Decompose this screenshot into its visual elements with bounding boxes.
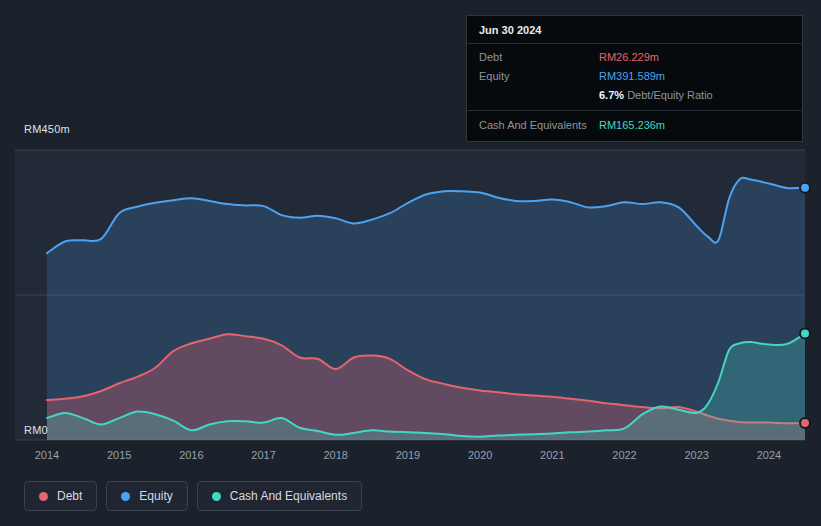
tooltip-row-cash: Cash And Equivalents RM165.236m [467, 110, 802, 135]
tooltip-debt-label: Debt [479, 50, 599, 65]
legend-item-equity[interactable]: Equity [106, 481, 187, 511]
x-axis-label-2015: 2015 [94, 449, 144, 461]
y-axis-label-zero: RM0 [24, 424, 48, 436]
legend: DebtEquityCash And Equivalents [24, 481, 362, 511]
x-axis-label-2019: 2019 [383, 449, 433, 461]
legend-item-debt[interactable]: Debt [24, 481, 97, 511]
x-axis-label-2018: 2018 [311, 449, 361, 461]
tooltip-ratio-value: 6.7% [599, 89, 624, 101]
tooltip-row-ratio: 6.7% Debt/Equity Ratio [467, 86, 802, 105]
equity-legend-dot-icon [121, 492, 130, 501]
tooltip-ratio-label: Debt/Equity Ratio [627, 89, 713, 101]
x-axis-label-2017: 2017 [239, 449, 289, 461]
x-axis-label-2024: 2024 [744, 449, 794, 461]
x-axis-label-2022: 2022 [600, 449, 650, 461]
x-axis-label-2014: 2014 [22, 449, 72, 461]
tooltip-ratio: 6.7% Debt/Equity Ratio [599, 88, 790, 103]
legend-item-cash-and-equivalents[interactable]: Cash And Equivalents [197, 481, 362, 511]
page-root: { "tooltip": { "date": "Jun 30 2024", "d… [0, 0, 821, 526]
tooltip-row-debt: Debt RM26.229m [467, 48, 802, 67]
tooltip-row-equity: Equity RM391.589m [467, 67, 802, 86]
equity-endpoint-marker[interactable] [800, 183, 810, 193]
tooltip-cash-value: RM165.236m [599, 118, 790, 133]
debt-endpoint-marker[interactable] [800, 418, 810, 428]
x-axis-label-2020: 2020 [455, 449, 505, 461]
x-axis-label-2023: 2023 [672, 449, 722, 461]
tooltip-date: Jun 30 2024 [467, 16, 802, 44]
legend-label: Equity [139, 489, 172, 503]
tooltip-cash-label: Cash And Equivalents [479, 118, 599, 133]
tooltip-equity-value: RM391.589m [599, 69, 790, 84]
cash-and-equivalents-endpoint-marker[interactable] [800, 329, 810, 339]
tooltip: Jun 30 2024 Debt RM26.229m Equity RM391.… [466, 15, 803, 142]
legend-label: Debt [57, 489, 82, 503]
x-axis-label-2016: 2016 [166, 449, 216, 461]
tooltip-debt-value: RM26.229m [599, 50, 790, 65]
cash-and-equivalents-legend-dot-icon [212, 492, 221, 501]
legend-label: Cash And Equivalents [230, 489, 347, 503]
y-axis-label-max: RM450m [24, 123, 70, 135]
tooltip-equity-label: Equity [479, 69, 599, 84]
debt-legend-dot-icon [39, 492, 48, 501]
x-axis-label-2021: 2021 [527, 449, 577, 461]
